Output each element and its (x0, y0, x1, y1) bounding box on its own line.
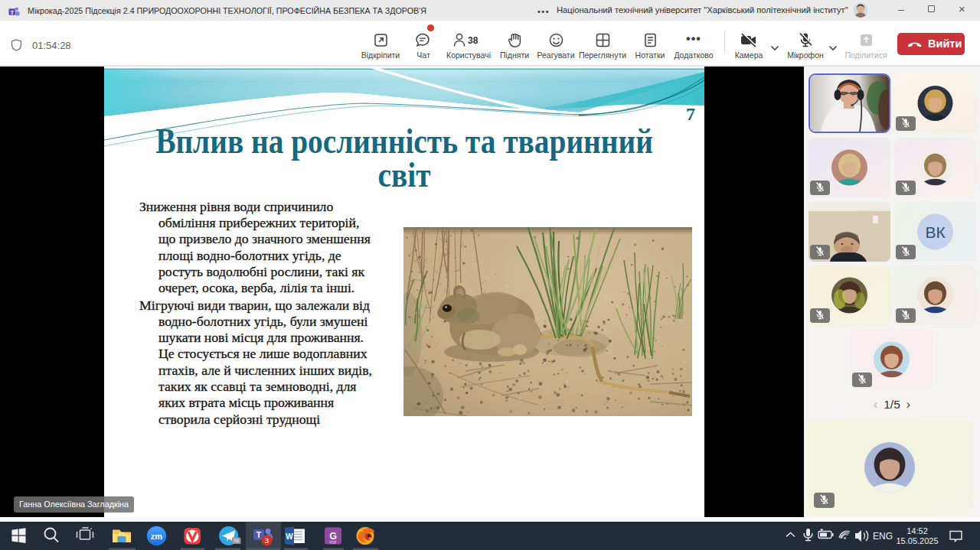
svg-text:98: 98 (234, 538, 240, 543)
svg-text:G: G (329, 531, 337, 542)
svg-text:38: 38 (468, 35, 479, 46)
svg-text:T: T (11, 10, 15, 15)
svg-text:14:52: 14:52 (906, 526, 928, 535)
svg-text:zm: zm (151, 532, 163, 541)
svg-text:T: T (256, 530, 262, 539)
svg-text:15.05.2025: 15.05.2025 (896, 536, 938, 545)
svg-text:3: 3 (265, 536, 269, 545)
svg-text:ENG: ENG (873, 531, 893, 542)
svg-text:PDF: PDF (330, 541, 337, 545)
svg-text:W: W (286, 532, 293, 541)
svg-text:ВК: ВК (925, 223, 946, 240)
